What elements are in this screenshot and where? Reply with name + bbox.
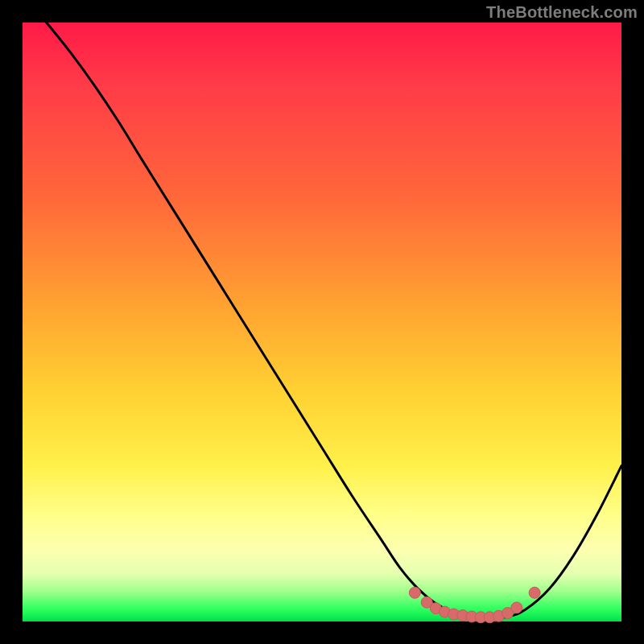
bottleneck-curve: [47, 23, 621, 618]
curve-markers: [409, 587, 540, 623]
curve-marker: [529, 587, 540, 598]
plot-area: [23, 23, 621, 621]
curve-svg: [23, 23, 621, 621]
watermark-text: TheBottleneck.com: [486, 3, 638, 22]
chart-frame: TheBottleneck.com: [0, 0, 644, 644]
curve-marker: [511, 602, 522, 613]
curve-marker: [409, 587, 420, 598]
